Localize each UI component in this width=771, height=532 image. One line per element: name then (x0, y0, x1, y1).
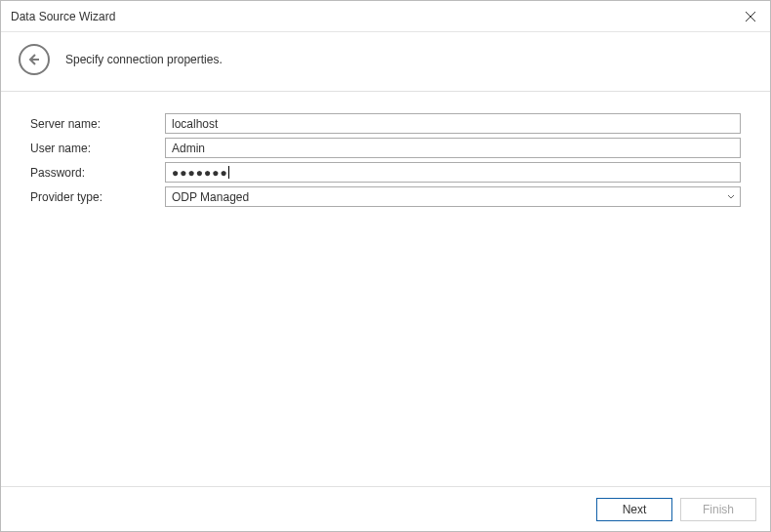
password-label: Password: (30, 166, 157, 180)
form-area: Server name: User name: Password: ●●●●●●… (1, 92, 770, 207)
chevron-down-icon (726, 194, 736, 199)
provider-combobox[interactable]: ODP Managed (165, 186, 741, 207)
server-name-input[interactable] (165, 113, 741, 134)
finish-button: Finish (680, 498, 756, 521)
titlebar: Data Source Wizard (1, 1, 770, 32)
arrow-left-icon (26, 52, 42, 67)
user-name-input[interactable] (165, 138, 741, 158)
password-masked: ●●●●●●● (172, 166, 228, 180)
password-input[interactable]: ●●●●●●● (165, 162, 741, 183)
window-title: Data Source Wizard (11, 10, 115, 23)
wizard-header: Specify connection properties. (1, 32, 770, 92)
wizard-subtitle: Specify connection properties. (65, 53, 223, 66)
server-name-row: Server name: (30, 113, 741, 134)
provider-row: Provider type: ODP Managed (30, 186, 741, 207)
back-button[interactable] (19, 44, 50, 75)
user-name-row: User name: (30, 138, 741, 158)
provider-selected: ODP Managed (172, 190, 726, 204)
user-name-label: User name: (30, 142, 157, 155)
next-button[interactable]: Next (596, 498, 672, 521)
close-button[interactable] (731, 1, 770, 32)
server-name-label: Server name: (30, 117, 157, 131)
close-icon (746, 12, 755, 21)
password-row: Password: ●●●●●●● (30, 162, 741, 183)
footer: Next Finish (1, 486, 770, 531)
text-caret (228, 166, 229, 179)
provider-label: Provider type: (30, 190, 157, 204)
